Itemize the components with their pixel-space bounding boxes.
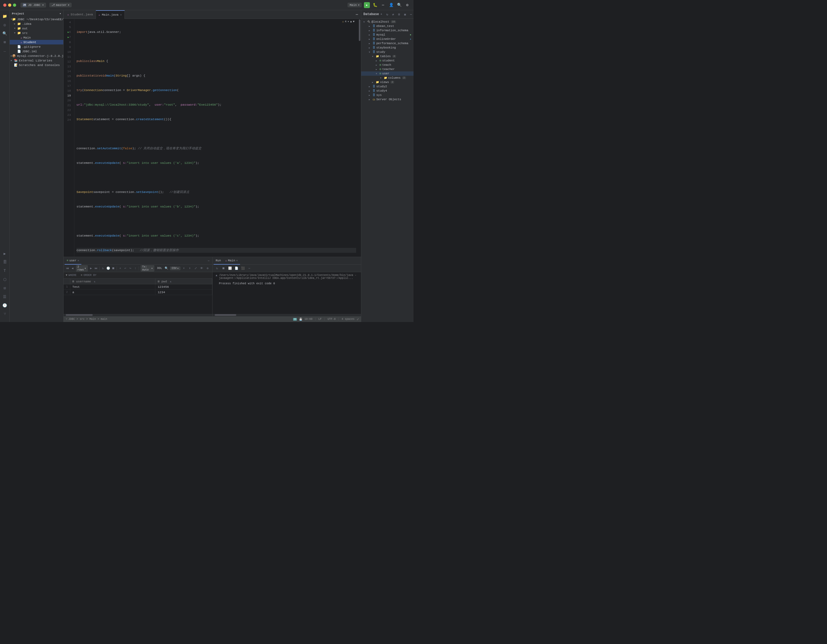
expand-icon[interactable]: ⤢ (193, 266, 198, 271)
download-icon[interactable]: ⬇ (181, 266, 186, 271)
search-icon[interactable]: 🔍 (165, 266, 169, 271)
db-item-perf-schema[interactable]: ▶ 🗄 performance_schema (361, 41, 414, 45)
rows-badge[interactable]: 2 rows ▾ (76, 265, 88, 272)
minimize-button[interactable] (8, 3, 11, 7)
maximize-button[interactable] (13, 3, 16, 7)
run-scrollbar[interactable] (212, 314, 361, 316)
run-up-icon[interactable]: ▲ (216, 274, 217, 277)
close-button[interactable] (3, 3, 6, 7)
add-row-icon[interactable]: + (119, 266, 122, 271)
redo-icon[interactable]: ↪ (128, 266, 132, 271)
db-item-teacher[interactable]: ▶ ⊞ teacher (361, 67, 414, 71)
scroll-icon[interactable]: 📄 (234, 266, 239, 271)
restore-icon[interactable]: ⬜ (228, 266, 232, 271)
refresh-icon[interactable]: ↻ (101, 266, 105, 271)
code-editor[interactable]: 4 5 ▶6 ▶7 8 9 10 11 12 13 14 15 16 17 18… (64, 19, 361, 257)
db-item-staybooking[interactable]: ▶ 🗄 staybooking (361, 45, 414, 50)
close-icon[interactable]: ✕ (236, 259, 238, 262)
git-icon[interactable]: ⑂ (1, 310, 9, 318)
structure-icon[interactable]: ⊞ (1, 38, 9, 46)
run-tab-run[interactable]: Run (214, 257, 223, 264)
more-tabs-icon[interactable]: ⋯ (354, 12, 360, 17)
close-icon[interactable]: ✕ (78, 259, 79, 262)
db-item-ebean[interactable]: ▶ 🗄 ebean_test (361, 24, 414, 28)
commit-icon[interactable]: ↑ (134, 266, 137, 271)
warning-nav-up[interactable]: ▲ (350, 20, 352, 23)
stop-icon[interactable]: ⏹ (112, 266, 115, 271)
eye-icon[interactable]: 👁 (199, 266, 204, 271)
run-gutter-icon[interactable]: ▶ (66, 35, 69, 40)
data-table[interactable]: ⊞ username ⇅ ⊞ pwd ⇅ (64, 278, 212, 314)
prev-page-icon[interactable]: ◀ (71, 266, 74, 271)
col-header-pwd[interactable]: ⊞ pwd ⇅ (155, 278, 212, 284)
gear-icon[interactable]: ⚙ (205, 266, 210, 271)
vcs-icon[interactable]: ◎ (1, 21, 9, 28)
col-header-username[interactable]: ⊞ username ⇅ (70, 278, 155, 284)
fold-icon[interactable]: ⬛ (240, 266, 245, 271)
db-item-study[interactable]: ▼ 🗄 study (361, 50, 414, 54)
tree-item-jar[interactable]: ▶ 📦 mysql-connector-j-8.2.0.jar (10, 54, 63, 58)
close-icon[interactable]: ✕ (120, 13, 122, 16)
first-page-icon[interactable]: ⏮ (66, 266, 69, 271)
plugin-icon[interactable]: ⬡ (1, 276, 9, 283)
more-db-icon[interactable]: ⋯ (409, 12, 414, 17)
tree-item-main[interactable]: ☕ Main (10, 35, 63, 40)
tree-item-gitignore[interactable]: 📄 .gitignore (10, 44, 63, 49)
tree-item-jdbc[interactable]: ▼ 📁 JDBC ~/Desktop/CS/JavaEE/1 Ja... (10, 17, 63, 22)
terminal-icon[interactable]: ⊡ (1, 284, 9, 292)
settings-icon[interactable]: ⚙ (404, 2, 410, 8)
last-page-icon[interactable]: ⏭ (94, 266, 98, 271)
refresh-db-icon[interactable]: ↻ (385, 12, 390, 17)
tree-item-idea[interactable]: ▶ 📁 .idea (10, 22, 63, 26)
db-item-mysql[interactable]: ▶ 🗄 mysql ● (361, 33, 414, 37)
search-sidebar-icon[interactable]: 🔍 (1, 30, 9, 37)
clock-icon[interactable]: 🕐 (106, 266, 110, 271)
project-badge[interactable]: JD JD JDBC ▾ (20, 3, 46, 8)
more-icon[interactable]: ⋯ (247, 266, 252, 271)
run-tab-main[interactable]: ☕ Main ✕ (223, 257, 240, 264)
db-item-info-schema[interactable]: ▶ 🗄 information_schema (361, 28, 414, 33)
filter-item[interactable]: ▼ WHERE (66, 274, 76, 277)
db-item-server-objects[interactable]: ▶ 🗂 Server Objects (361, 97, 414, 102)
db-item-columns[interactable]: ▼ 📁 columns 2 (361, 76, 414, 80)
db-connection[interactable]: ▼ 🔌 @localhost 10 (361, 20, 414, 24)
db-item-teach[interactable]: ▶ ⊞ teach (361, 63, 414, 67)
db-item-user[interactable]: ▼ ⊞ user (361, 71, 414, 76)
run-button[interactable]: ▶ (364, 2, 370, 8)
order-item[interactable]: ≡ ORDER BY (81, 274, 97, 277)
tab-student-java[interactable]: ☕ Student.java (65, 10, 96, 19)
warning-nav-down[interactable]: ▼ (353, 20, 354, 23)
ddl-button[interactable]: DDL (156, 266, 163, 271)
sync-icon[interactable]: ⇄ (391, 12, 396, 17)
database-sidebar-icon[interactable]: 🗄 (1, 258, 9, 266)
search-icon[interactable]: 🔍 (396, 2, 402, 8)
run-sidebar-icon[interactable]: ▶ (1, 250, 9, 257)
add-db-icon[interactable]: + (379, 12, 384, 17)
folder-icon[interactable]: 📁 (1, 13, 9, 20)
todo-icon[interactable]: 🕐 (1, 302, 9, 309)
tx-badge[interactable]: Tx: Auto ▾ (140, 265, 154, 272)
editor-vscroll[interactable] (358, 19, 361, 257)
schema-icon[interactable]: ⊞ (397, 12, 402, 17)
tree-item-external-libraries[interactable]: ▶ 📚 External Libraries (10, 58, 63, 63)
db-item-views[interactable]: ▶ 📁 views 2 (361, 80, 414, 84)
db-item-onlineorder[interactable]: ▶ 🗄 onlineOrder ✦ (361, 37, 414, 41)
branch-badge[interactable]: ⎇ master ▾ (49, 3, 72, 7)
csv-dropdown[interactable]: CSV ▾ (170, 266, 180, 270)
debug-button[interactable]: 🐛 (372, 2, 378, 8)
stop-icon[interactable]: ⏹ (221, 266, 226, 271)
tree-item-src[interactable]: ▼ 📁 src (10, 31, 63, 35)
tree-item-student[interactable]: ☕ Student (10, 40, 63, 44)
db-item-study2[interactable]: ▶ 🗄 study2 (361, 84, 414, 89)
filter-db-icon[interactable]: ▣ (403, 12, 407, 17)
font-sidebar-icon[interactable]: T (1, 267, 9, 275)
more-sidebar-icon[interactable]: … (1, 47, 9, 55)
tab-main-java[interactable]: ☕ Main.java ✕ (96, 10, 125, 19)
code-content[interactable]: import java.util.Scanner; public class M… (74, 19, 358, 257)
horizontal-scrollbar[interactable] (64, 314, 212, 316)
table-row[interactable]: 2 a 1234 (64, 290, 212, 295)
services-icon[interactable]: ☰ (1, 293, 9, 300)
table-row[interactable]: 1 Test 123456 (64, 284, 212, 290)
tree-item-scratches[interactable]: 📝 Scratches and Consoles (10, 63, 63, 67)
more-icon[interactable]: ⋯ (206, 258, 211, 263)
